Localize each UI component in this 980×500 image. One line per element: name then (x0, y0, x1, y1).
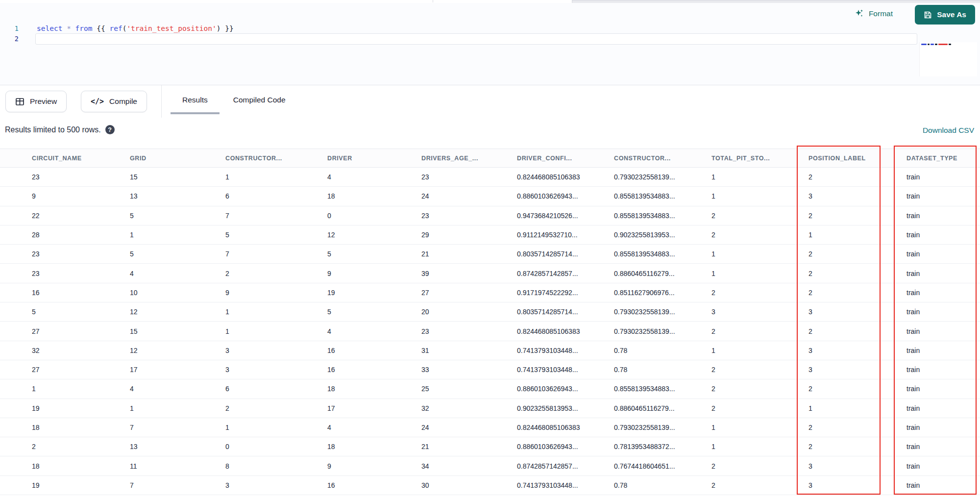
table-cell: 2 (711, 231, 808, 239)
table-cell: 0.8860103626943... (517, 443, 614, 450)
code-editor[interactable]: 1 2 select * from {{ ref('train_test_pos… (0, 20, 980, 85)
table-cell: 3 (808, 366, 906, 374)
table-cell: 18 (32, 462, 130, 470)
tab-results[interactable]: Results (170, 85, 220, 114)
table-cell: 13 (130, 192, 225, 200)
minimap-segment (949, 44, 951, 45)
table-cell: 11 (130, 462, 225, 470)
table-cell: 23 (32, 173, 130, 181)
format-button-label: Format (869, 9, 893, 18)
column-header: GRID (130, 155, 225, 162)
table-cell: 2 (808, 250, 906, 258)
table-cell: 9 (32, 192, 130, 200)
column-header: DRIVERS_AGE_... (421, 155, 517, 162)
table-cell: 19 (327, 289, 421, 297)
table-cell: 19 (32, 404, 130, 412)
table-cell: 1 (711, 270, 808, 277)
table-cell: 3 (225, 366, 327, 374)
table-row: 22570230.9473684210526...0.8558139534883… (0, 206, 980, 225)
table-cell: 0.7930232558139... (614, 308, 711, 316)
table-cell: 7 (130, 424, 225, 431)
table-cell: 9 (225, 289, 327, 297)
table-row: 1610919270.9171974522292...0.85116279069… (0, 283, 980, 302)
table-cell: 3 (808, 462, 906, 470)
code-icon: </> (91, 97, 104, 106)
table-cell: 18 (32, 424, 130, 431)
table-cell: 24 (421, 424, 517, 431)
table-cell: 5 (327, 250, 421, 258)
table-cell: 27 (32, 327, 130, 335)
table-cell: train (906, 289, 973, 297)
table-cell: 0.824468085106383 (517, 424, 614, 431)
table-cell: 1 (711, 173, 808, 181)
table-cell: 0.8558139534883... (614, 192, 711, 200)
toolbar-divider (161, 85, 162, 118)
table-cell: 16 (327, 366, 421, 374)
table-cell: 0.8035714285714... (517, 250, 614, 258)
table-cell: 0.78 (614, 481, 711, 489)
table-cell: 0.8860465116279... (614, 270, 711, 277)
table-cell: 9 (327, 462, 421, 470)
table-cell: train (906, 404, 973, 412)
table-cell: 0.824468085106383 (517, 327, 614, 335)
table-cell: train (906, 192, 973, 200)
table-cell: train (906, 366, 973, 374)
results-panel: Preview </> Compile Results Compiled Cod… (0, 85, 980, 500)
table-cell: 0.8860103626943... (517, 385, 614, 393)
table-cell: 18 (327, 192, 421, 200)
table-cell: 1 (225, 173, 327, 181)
table-cell: train (906, 385, 973, 393)
minimap-segment (921, 44, 927, 45)
table-cell: 2 (225, 404, 327, 412)
row-limit-message: Results limited to 500 rows. ? (5, 125, 115, 134)
table-cell: 3 (225, 347, 327, 354)
table-row: 197316300.7413793103448...0.7823train (0, 476, 980, 495)
table-cell: 15 (130, 173, 225, 181)
results-toolbar: Preview </> Compile Results Compiled Cod… (0, 85, 980, 114)
format-button[interactable]: Format (855, 9, 893, 19)
minimap-segment (938, 44, 948, 45)
table-cell: 4 (327, 424, 421, 431)
table-cell: 2 (808, 212, 906, 220)
download-csv-link[interactable]: Download CSV (923, 126, 974, 135)
editor-minimap[interactable] (919, 42, 977, 76)
table-row: 181189340.8742857142857...0.767441860465… (0, 456, 980, 475)
table-cell: 0.7674418604651... (614, 462, 711, 470)
table-cell: 13 (130, 443, 225, 450)
table-cell: 1 (130, 231, 225, 239)
table-cell: 1 (130, 404, 225, 412)
code-line-1-content[interactable]: select * from {{ ref('train_test_positio… (37, 24, 234, 34)
table-cell: 3 (808, 308, 906, 316)
help-icon[interactable]: ? (105, 125, 115, 134)
code-token: select (37, 25, 62, 32)
table-cell: 1 (808, 404, 906, 412)
column-header: CONSTRUCTOR... (225, 155, 327, 162)
table-body: 231514230.8244680851063830.7930232558139… (0, 168, 980, 495)
table-cell: 0.7413793103448... (517, 347, 614, 354)
tab-divider (433, 0, 433, 2)
code-token (71, 25, 75, 32)
table-row: 23575210.8035714285714...0.8558139534883… (0, 245, 980, 264)
table-cell: 19 (32, 481, 130, 489)
save-as-button-label: Save As (937, 10, 966, 19)
compile-button[interactable]: </> Compile (81, 91, 147, 112)
table-cell: 1 (711, 424, 808, 431)
table-row: 23429390.8742857142857...0.8860465116279… (0, 264, 980, 283)
table-cell: 2 (711, 385, 808, 393)
code-token: from (75, 25, 93, 32)
code-token: * (67, 25, 71, 32)
table-cell: 3 (808, 347, 906, 354)
table-cell: 12 (130, 347, 225, 354)
table-cell: 0.8742857142857... (517, 462, 614, 470)
table-cell: 2 (808, 443, 906, 450)
table-cell: 0.7413793103448... (517, 481, 614, 489)
tab-compiled-code[interactable]: Compiled Code (220, 85, 298, 114)
table-cell: 2 (711, 212, 808, 220)
table-cell: 0 (225, 443, 327, 450)
sql-editor-pane: Format Save As 1 2 select * from {{ ref(… (0, 3, 980, 85)
table-row: 271514230.8244680851063830.7930232558139… (0, 322, 980, 341)
table-cell: 12 (327, 231, 421, 239)
preview-button[interactable]: Preview (5, 91, 67, 112)
table-cell: 2 (225, 270, 327, 277)
table-cell: train (906, 481, 973, 489)
